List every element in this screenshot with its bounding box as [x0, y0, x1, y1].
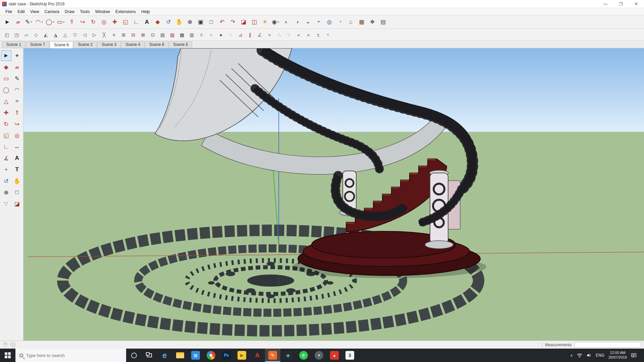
pan-tool[interactable]: ✋ — [174, 17, 184, 27]
scene-tab-8[interactable]: Scene 8 — [50, 42, 73, 48]
secondary-tool-02[interactable]: ◳ — [12, 30, 21, 39]
scene-tab-2[interactable]: Scene 2 — [73, 41, 97, 48]
menu-item[interactable]: Extensions — [113, 9, 139, 15]
adobe-reader-app[interactable]: ▲ — [327, 349, 342, 362]
extension-warehouse-tool[interactable]: ▦ — [356, 17, 367, 27]
secondary-tool-19[interactable]: ▩ — [177, 30, 187, 39]
network-icon[interactable] — [577, 353, 582, 358]
secondary-tool-18[interactable]: ▨ — [167, 30, 177, 39]
secondary-tool-23[interactable]: ● — [216, 30, 226, 39]
microsoft-store-app[interactable]: ⊞ — [188, 349, 203, 362]
secondary-tool-31[interactable]: « — [294, 30, 304, 39]
dropdown-arrow-icon[interactable]: ▾ — [62, 20, 65, 23]
rotate-tool[interactable]: ↻ — [88, 17, 99, 27]
minimize-button[interactable]: — — [598, 0, 613, 8]
menu-item[interactable]: Camera — [42, 9, 62, 15]
scene-tab-3[interactable]: Scene 3 — [97, 41, 121, 48]
palette-protractor-tool[interactable]: ∡ — [1, 153, 11, 164]
shadows-tool[interactable]: ☀ — [260, 17, 270, 27]
secondary-tool-06[interactable]: ◮ — [51, 30, 60, 39]
solid-subtract-tool[interactable]: ◑ — [292, 17, 303, 27]
menu-item[interactable]: Help — [139, 9, 153, 15]
scene-tab-1[interactable]: Scene 1 — [2, 41, 25, 48]
zoom-extents-tool[interactable]: □ — [206, 17, 217, 27]
secondary-tool-10[interactable]: ▷ — [90, 30, 99, 39]
palette-zoom-extents-tool[interactable]: □ — [12, 187, 22, 198]
secondary-tool-27[interactable]: ∠ — [255, 30, 265, 39]
palette-tape-measure-tool[interactable]: ∟ — [1, 141, 11, 152]
yellow-utility-app[interactable]: ▶ — [234, 349, 250, 362]
warehouse-3d-tool[interactable]: ⌂ — [345, 17, 356, 27]
palette-rotate-tool[interactable]: ↻ — [1, 119, 11, 129]
secondary-tool-21[interactable]: ◊ — [197, 30, 206, 39]
search-input[interactable] — [26, 353, 110, 358]
palette-arc-tool[interactable]: ◠ — [12, 84, 22, 95]
palette-follow-me-tool[interactable]: ↪ — [12, 119, 22, 129]
section-fill-tool[interactable]: ◫ — [249, 17, 260, 27]
windows-start-button[interactable] — [0, 349, 15, 362]
palette-pan-tool[interactable]: ✋ — [12, 176, 22, 186]
secondary-tool-34[interactable]: ÷ — [323, 30, 333, 39]
sketchup-app[interactable]: ✎ — [265, 349, 280, 362]
outer-shell-tool[interactable]: ◔ — [335, 17, 345, 27]
secondary-tool-12[interactable]: ≡ — [109, 30, 119, 39]
palette-text-tool[interactable]: A — [12, 153, 22, 164]
task-view-button[interactable] — [142, 349, 157, 362]
chrome-app[interactable] — [203, 349, 219, 362]
dropdown-arrow-icon[interactable]: ▾ — [277, 20, 279, 23]
palette-circle-tool[interactable]: ◯ — [1, 84, 11, 95]
secondary-tool-15[interactable]: ⊠ — [138, 30, 148, 39]
taskbar-clock[interactable]: 12:00 AM 20/07/2019 — [608, 351, 627, 360]
measurements-input[interactable] — [574, 342, 641, 348]
orbit-tool[interactable]: ↺ — [163, 17, 174, 27]
palette-select-tool[interactable]: ► — [1, 50, 11, 61]
print-tool[interactable]: ▤ — [378, 17, 388, 27]
zoom-window-tool[interactable]: ▣ — [195, 17, 206, 27]
scene-tab-5[interactable]: Scene 5 — [169, 41, 192, 48]
secondary-tool-11[interactable]: ╳ — [99, 30, 109, 39]
scale-tool[interactable]: ◱ — [120, 17, 131, 27]
menu-item[interactable]: View — [28, 9, 42, 15]
secondary-tool-01[interactable]: ◰ — [2, 30, 12, 39]
scene-tab-7[interactable]: Scene 7 — [26, 41, 49, 48]
components-tool[interactable]: ❖ — [367, 17, 378, 27]
arc-tool[interactable]: ◠▾ — [34, 17, 45, 27]
secondary-tool-07[interactable]: △ — [60, 30, 70, 39]
secondary-tool-09[interactable]: ◁ — [80, 30, 90, 39]
offset-tool[interactable]: ◎ — [99, 17, 109, 27]
tape-measure-tool[interactable]: ∟ — [131, 17, 142, 27]
previous-view-tool[interactable]: ↶ — [217, 17, 227, 27]
secondary-tool-14[interactable]: ⊟ — [128, 30, 138, 39]
secondary-tool-03[interactable]: ▱ — [21, 30, 31, 39]
solid-union-tool[interactable]: ◐ — [281, 17, 292, 27]
secondary-tool-33[interactable]: ± — [313, 30, 323, 39]
secondary-tool-04[interactable]: ◇ — [31, 30, 41, 39]
action-center-icon[interactable] — [631, 353, 637, 358]
next-view-tool[interactable]: ↷ — [227, 17, 238, 27]
edge-app[interactable]: e — [157, 349, 172, 362]
secondary-tool-08[interactable]: ▽ — [70, 30, 80, 39]
status-info-icon[interactable]: i — [10, 342, 15, 347]
eraser-tool[interactable]: ▰ — [13, 17, 23, 27]
photoshop-app[interactable]: Ps — [219, 349, 234, 362]
text-tool[interactable]: A — [142, 17, 152, 27]
cortana-button[interactable] — [126, 349, 142, 362]
secondary-tool-30[interactable]: ∵ — [284, 30, 294, 39]
circle-tool[interactable]: ◯▾ — [45, 17, 56, 27]
app-3[interactable]: 3 — [342, 349, 358, 362]
palette-make-component-tool[interactable]: ✦ — [12, 50, 22, 61]
menu-item[interactable]: Edit — [15, 9, 28, 15]
push-pull-tool[interactable]: ⇑ — [66, 17, 77, 27]
follow-me-tool[interactable]: ↪ — [77, 17, 88, 27]
move-tool[interactable]: ✚ — [109, 17, 120, 27]
dark-media-app[interactable]: ◈ — [280, 349, 296, 362]
menu-item[interactable]: Draw — [62, 9, 77, 15]
x-circle-app[interactable]: ✕ — [311, 349, 327, 362]
section-plane-tool[interactable]: ◪ — [238, 17, 249, 27]
language-indicator[interactable]: ENG — [596, 353, 604, 358]
solid-intersect-tool[interactable]: ◓ — [313, 17, 324, 27]
menu-item[interactable]: File — [3, 9, 15, 15]
palette-axes-tool[interactable]: + — [1, 164, 11, 175]
solid-split-tool[interactable]: ◍ — [324, 17, 335, 27]
dropdown-arrow-icon[interactable]: ▾ — [30, 20, 33, 23]
